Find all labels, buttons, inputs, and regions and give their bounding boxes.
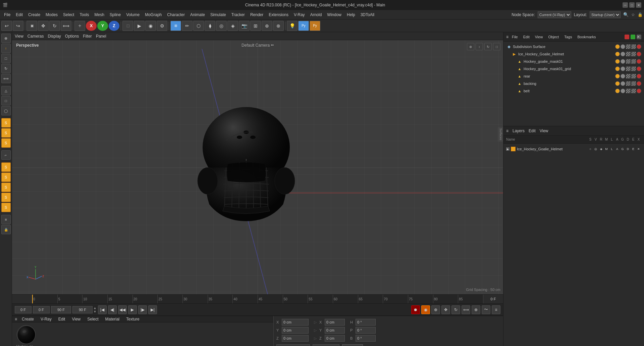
material-select-menu[interactable]: Select	[85, 316, 100, 322]
step-back-button[interactable]: ◀|	[108, 305, 117, 314]
fps-up-icon[interactable]: ▲▼	[93, 306, 97, 313]
current-frame-input[interactable]	[33, 306, 50, 313]
end-frame-input[interactable]	[51, 306, 71, 313]
layer-ctrl-gen[interactable]: G	[620, 146, 625, 152]
tree-ctrl-vis-4[interactable]	[615, 66, 620, 71]
left-tool-scene-2[interactable]: S	[1, 172, 11, 182]
tree-ctrl-check2[interactable]	[631, 44, 636, 49]
material-create-menu[interactable]: Create	[20, 316, 36, 322]
layer-expand-icon[interactable]: ▶	[506, 147, 509, 151]
tree-ctrl-gray-6[interactable]	[621, 81, 625, 86]
rot-key-button[interactable]: ↻	[451, 305, 460, 314]
layer-ctrl-express[interactable]: E	[631, 146, 636, 152]
tree-ctrl-gray-3[interactable]	[621, 59, 625, 64]
cube-button[interactable]: ⧫	[205, 21, 215, 31]
left-tool-poly[interactable]: △	[1, 86, 11, 95]
max-frame-input[interactable]	[72, 306, 93, 313]
move-button[interactable]: ✥	[38, 21, 49, 31]
left-tool-spline-1[interactable]: S	[1, 118, 11, 128]
left-tool-menu[interactable]: ≡	[1, 215, 11, 224]
play-button-transport[interactable]: ▶	[128, 305, 137, 314]
menu-arnold[interactable]: Arnold	[308, 11, 325, 18]
menu-render[interactable]: Render	[248, 11, 266, 18]
layout-select[interactable]: Startup (User)	[590, 11, 621, 18]
left-tool-2[interactable]: ↑	[1, 44, 11, 53]
menu-mesh[interactable]: Mesh	[92, 11, 107, 18]
left-tool-4[interactable]: ↻	[1, 64, 11, 73]
tree-ctrl-vis-3[interactable]	[615, 59, 620, 64]
z-axis-button[interactable]: Z	[109, 21, 119, 31]
maximize-button[interactable]: □	[629, 2, 635, 8]
py2-button[interactable]: Py	[310, 21, 320, 31]
tree-ctrl-gray[interactable]	[621, 44, 625, 49]
layers-menu-edit[interactable]: Edit	[529, 129, 536, 133]
tree-ctrl-red-5[interactable]	[637, 74, 641, 79]
tree-ctrl-red-3[interactable]	[637, 59, 641, 64]
more-btn-1[interactable]: ⊕	[262, 21, 272, 31]
left-tool-cube[interactable]: □	[1, 96, 11, 105]
tree-ctrl-vis-6[interactable]	[615, 81, 620, 86]
pos-key-button[interactable]: ✥	[441, 305, 450, 314]
tree-item-rear[interactable]: ▲ rear	[505, 72, 643, 80]
render-region-button[interactable]: ⬚	[122, 21, 133, 31]
tree-item-helmet-null[interactable]: ▶ Ice_Hockey_Goalie_Helmet	[505, 50, 643, 58]
menu-window[interactable]: Window	[324, 11, 344, 18]
layers-button[interactable]: ≡	[492, 305, 500, 314]
autokey-button[interactable]: ⊕	[431, 305, 440, 314]
viewport-canvas[interactable]: Perspective Default Camera •• ⊕ ↕ ↻ □	[12, 40, 503, 294]
menu-mograph[interactable]: MoGraph	[142, 11, 164, 18]
om-menu-icon[interactable]: ≡	[506, 35, 508, 39]
left-tool-cylinder[interactable]: ◯	[1, 106, 11, 115]
left-tool-3[interactable]: □	[1, 54, 11, 63]
material-view-menu[interactable]: View	[70, 316, 83, 322]
add-button[interactable]: +	[74, 21, 85, 31]
left-tool-spline-3[interactable]: S	[1, 138, 11, 148]
b-input[interactable]	[356, 335, 376, 342]
tree-ctrl-check1[interactable]	[626, 44, 631, 49]
menu-create[interactable]: Create	[25, 11, 43, 18]
tree-ctrl-check10[interactable]	[631, 74, 636, 79]
h-input[interactable]	[356, 319, 376, 326]
tree-ctrl-red[interactable]	[637, 44, 641, 49]
tree-ctrl-check7[interactable]	[626, 66, 631, 71]
redo-button[interactable]: ↪	[13, 21, 23, 31]
light-button[interactable]: ◈	[227, 21, 238, 31]
tree-ctrl-gray-7[interactable]	[621, 89, 625, 93]
undo-button[interactable]: ↩	[1, 21, 12, 31]
menu-simulate[interactable]: Simulate	[208, 11, 229, 18]
tree-ctrl-vis-5[interactable]	[615, 74, 620, 79]
timeline-ruler-marks[interactable]: 051015202530354045505560657075808590	[32, 295, 483, 303]
tree-ctrl-check13[interactable]	[626, 89, 631, 93]
step-forward-button[interactable]: |▶	[138, 305, 147, 314]
om-object-menu[interactable]: Object	[546, 34, 561, 40]
viewport-btn-2[interactable]: ↕	[476, 43, 483, 50]
layer-ctrl-x[interactable]: ✕	[636, 146, 641, 152]
close-button[interactable]: ✕	[636, 2, 641, 8]
key-all-button[interactable]: ⊗	[472, 305, 480, 314]
view-menu[interactable]: View	[15, 34, 23, 39]
frame-start-input[interactable]	[15, 306, 32, 313]
layer-ctrl-deform[interactable]: D	[625, 146, 631, 152]
tree-ctrl-check14[interactable]	[631, 89, 636, 93]
layers-menu-icon[interactable]: ≡	[506, 129, 508, 133]
tree-ctrl-red-6[interactable]	[637, 81, 641, 86]
goto-start-button[interactable]: |◀	[98, 305, 107, 314]
grid-button[interactable]: ⊞	[250, 21, 261, 31]
tree-ctrl-check11[interactable]	[626, 81, 631, 86]
menu-modes[interactable]: Modes	[43, 11, 60, 18]
viewport-btn-3[interactable]: ↻	[484, 43, 492, 50]
scale-button[interactable]: ⟺	[61, 21, 71, 31]
search-icon[interactable]: 🔍	[623, 12, 629, 17]
om-bookmarks-menu[interactable]: Bookmarks	[575, 34, 598, 40]
tree-ctrl-check8[interactable]	[631, 66, 636, 71]
nodespace-select[interactable]: Current (V-Ray)	[538, 11, 571, 18]
tree-ctrl-check5[interactable]	[626, 59, 631, 64]
viewport-btn-1[interactable]: ⊕	[467, 43, 474, 50]
goto-end-button[interactable]: ▶|	[148, 305, 157, 314]
viewport-btn-4[interactable]: □	[493, 43, 500, 50]
timeline-playhead[interactable]	[32, 295, 33, 303]
extra-z-input[interactable]	[325, 335, 345, 342]
left-tool-1[interactable]: ⊕	[1, 34, 11, 43]
material-menu-icon[interactable]: ≡	[15, 317, 17, 322]
extra-y-input[interactable]	[325, 327, 345, 334]
